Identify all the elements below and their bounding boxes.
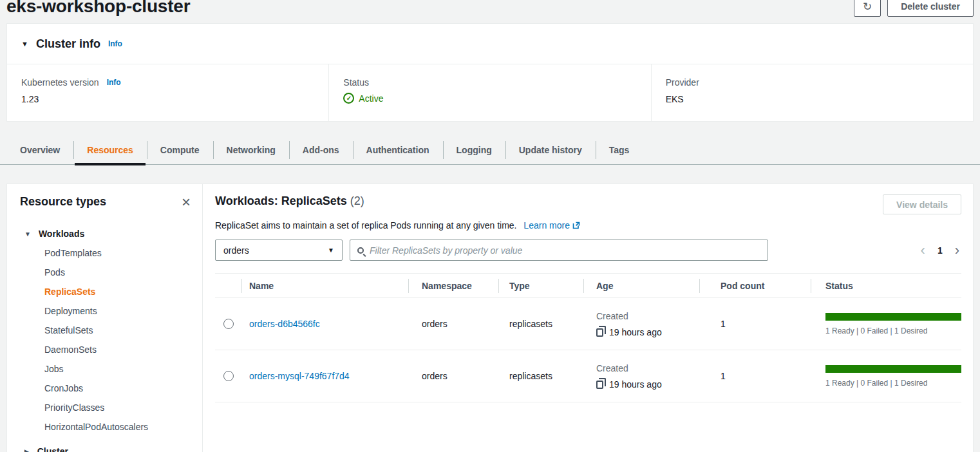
next-page-icon[interactable]: › xyxy=(954,243,961,258)
row-namespace: orders xyxy=(408,371,498,381)
row-pod-count: 1 xyxy=(699,371,811,381)
row-status: 1 Ready | 0 Failed | 1 Desired xyxy=(811,365,961,388)
row-radio-button[interactable] xyxy=(223,319,234,329)
status-value: ✓ Active xyxy=(343,93,636,104)
copy-icon[interactable] xyxy=(596,381,603,389)
age-created-label: Created xyxy=(596,311,699,321)
eks-cluster-detail-page: eks-workshop-cluster ↻ Delete cluster ▼ … xyxy=(0,0,980,452)
tree-item-deployments[interactable]: Deployments xyxy=(20,301,191,321)
header-actions: ↻ Delete cluster xyxy=(854,0,974,17)
row-radio-button[interactable] xyxy=(223,371,234,381)
row-namespace: orders xyxy=(408,319,498,329)
panel-title: Workloads: ReplicaSets (2) xyxy=(215,194,364,208)
tree-item-horizontalpodautoscalers[interactable]: HorizontalPodAutoscalers xyxy=(20,417,191,437)
tree-item-cronjobs[interactable]: CronJobs xyxy=(20,379,191,398)
copy-icon[interactable] xyxy=(596,328,603,337)
kubernetes-version-info-link[interactable]: Info xyxy=(107,78,121,87)
search-box[interactable] xyxy=(350,240,768,261)
status-label: Status xyxy=(343,77,369,88)
content-header: Workloads: ReplicaSets (2) View details xyxy=(215,194,961,214)
collapse-caret-icon[interactable]: ▼ xyxy=(21,40,28,48)
view-details-button[interactable]: View details xyxy=(883,194,961,214)
resources-panel: Resource types × ▼ Workloads PodTemplate… xyxy=(6,184,974,452)
column-header-status: Status xyxy=(811,281,961,291)
external-link-icon xyxy=(572,221,580,229)
tab-networking[interactable]: Networking xyxy=(213,135,289,164)
panel-description: ReplicaSet aims to maintain a set of rep… xyxy=(215,220,961,231)
provider-label: Provider xyxy=(666,77,699,88)
status-progress-bar xyxy=(825,365,961,373)
cluster-info-info-link[interactable]: Info xyxy=(108,39,122,48)
tree-item-podtemplates[interactable]: PodTemplates xyxy=(20,243,191,263)
kubernetes-version-field: Kubernetes version Info 1.23 xyxy=(7,64,328,121)
tab-update-history[interactable]: Update history xyxy=(505,135,596,164)
row-type: replicasets xyxy=(498,319,583,329)
row-status: 1 Ready | 0 Failed | 1 Desired xyxy=(811,313,961,335)
column-header-pod-count: Pod count xyxy=(699,281,811,291)
tree-group-cluster[interactable]: ▶ Cluster xyxy=(20,442,191,452)
replicasets-table: Name Namespace Type Age Pod count Status… xyxy=(215,273,961,402)
tree-item-pods[interactable]: Pods xyxy=(20,263,191,282)
provider-field: Provider EKS xyxy=(651,64,973,121)
tree-item-priorityclasses[interactable]: PriorityClasses xyxy=(20,398,191,417)
refresh-button[interactable]: ↻ xyxy=(854,0,881,17)
tab-add-ons[interactable]: Add-ons xyxy=(289,135,353,164)
age-value: 19 hours ago xyxy=(609,327,662,337)
cluster-info-header[interactable]: ▼ Cluster info Info xyxy=(7,24,973,64)
tree-group-workloads[interactable]: ▼ Workloads xyxy=(20,224,191,243)
learn-more-link[interactable]: Learn more xyxy=(523,220,580,231)
replicaset-name-link[interactable]: orders-mysql-749f67f7d4 xyxy=(249,371,350,381)
previous-page-icon[interactable]: ‹ xyxy=(919,243,927,258)
result-count: (2) xyxy=(350,194,364,207)
tree-item-replicasets[interactable]: ReplicaSets xyxy=(20,282,191,301)
cluster-info-card: ▼ Cluster info Info Kubernetes version I… xyxy=(6,23,974,122)
tab-resources[interactable]: Resources xyxy=(73,135,147,164)
page-title: eks-workshop-cluster xyxy=(6,0,190,17)
refresh-icon: ↻ xyxy=(863,1,872,13)
tab-compute[interactable]: Compute xyxy=(147,135,213,164)
tree-item-daemonsets[interactable]: DaemonSets xyxy=(20,340,191,359)
tree-item-jobs[interactable]: Jobs xyxy=(20,359,191,379)
page-header: eks-workshop-cluster ↻ Delete cluster xyxy=(0,0,980,22)
close-icon[interactable]: × xyxy=(182,196,191,209)
tree-item-statefulsets[interactable]: StatefulSets xyxy=(20,321,191,340)
pagination: ‹ 1 › xyxy=(919,243,961,258)
tab-logging[interactable]: Logging xyxy=(443,135,505,164)
delete-cluster-button[interactable]: Delete cluster xyxy=(887,0,974,17)
status-progress-bar xyxy=(825,313,961,321)
table-row: orders-d6b4566fc orders replicasets Crea… xyxy=(215,298,961,350)
row-type: replicasets xyxy=(498,371,583,381)
status-field: Status ✓ Active xyxy=(328,64,650,121)
table-header-row: Name Namespace Type Age Pod count Status xyxy=(215,274,961,298)
replicasets-content: Workloads: ReplicaSets (2) View details … xyxy=(203,184,973,452)
replicasets-search-input[interactable] xyxy=(370,245,760,256)
cluster-info-body: Kubernetes version Info 1.23 Status ✓ Ac… xyxy=(7,64,973,121)
namespace-filter-value: orders xyxy=(223,245,249,256)
status-caption: 1 Ready | 0 Failed | 1 Desired xyxy=(825,326,961,335)
resource-type-tree: ▼ Workloads PodTemplates Pods ReplicaSet… xyxy=(20,224,191,452)
cluster-info-title: Cluster info xyxy=(36,37,100,51)
row-pod-count: 1 xyxy=(699,319,811,329)
current-page-number[interactable]: 1 xyxy=(938,245,943,256)
replicaset-name-link[interactable]: orders-d6b4566fc xyxy=(249,319,320,329)
tree-group-workloads-label: Workloads xyxy=(39,229,84,239)
tab-overview[interactable]: Overview xyxy=(6,135,73,164)
tab-authentication[interactable]: Authentication xyxy=(353,135,443,164)
sidebar-header: Resource types × xyxy=(20,195,191,209)
kubernetes-version-value: 1.23 xyxy=(21,94,314,104)
select-caret-icon: ▼ xyxy=(328,247,334,254)
tab-tags[interactable]: Tags xyxy=(596,135,643,164)
provider-value: EKS xyxy=(666,94,959,104)
column-header-type: Type xyxy=(498,281,583,291)
status-check-icon: ✓ xyxy=(343,93,354,104)
sidebar-title: Resource types xyxy=(20,195,106,209)
caret-down-icon: ▼ xyxy=(24,231,31,238)
row-age: Created 19 hours ago xyxy=(583,363,699,390)
resource-types-sidebar: Resource types × ▼ Workloads PodTemplate… xyxy=(7,184,203,452)
namespace-filter-select[interactable]: orders ▼ xyxy=(215,240,343,261)
cluster-tabs: Overview Resources Compute Networking Ad… xyxy=(0,135,980,165)
column-header-age: Age xyxy=(583,281,699,291)
row-age: Created 19 hours ago xyxy=(583,311,699,337)
kubernetes-version-label: Kubernetes version xyxy=(21,77,99,88)
column-header-namespace: Namespace xyxy=(408,281,498,291)
